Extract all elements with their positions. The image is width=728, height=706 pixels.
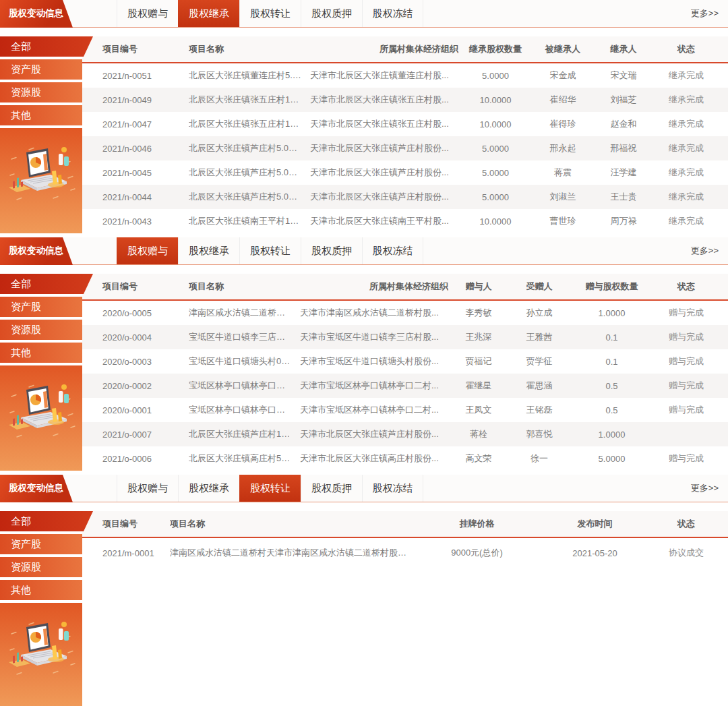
sidebar-item-all[interactable]: 全部 (0, 274, 93, 294)
laptop-chart-illustration (6, 143, 76, 205)
tab-equity-inheritance[interactable]: 股权继承 (178, 475, 239, 502)
sidebar-item-other[interactable]: 其他 (0, 580, 82, 600)
sidebar-item-resource-shares[interactable]: 资源股 (0, 82, 82, 102)
panel-header-bar: 股权变动信息 股权赠与股权继承股权转让股权质押股权冻结 更多>> (0, 475, 728, 502)
table-cell: 曹世珍 (533, 215, 593, 227)
sidebar: 全部资产股资源股其他 (0, 274, 82, 471)
column-header: 项目名称 (189, 281, 300, 293)
table-cell: 郭喜悦 (509, 428, 570, 440)
table-cell: 贾学征 (509, 355, 570, 367)
column-header: 挂牌价格 (418, 518, 536, 530)
column-header: 被继承人 (533, 43, 593, 55)
table-row[interactable]: 2020/o-0004宝坻区牛道口镇李三店村0.1股股权赠与项目天津市宝坻区牛道… (82, 325, 728, 349)
sidebar-item-other[interactable]: 其他 (0, 343, 82, 363)
column-header: 状态 (654, 518, 719, 530)
table-cell: 2021/n-0051 (102, 71, 177, 81)
sidebar-illustration-area (0, 603, 82, 706)
table-row[interactable]: 2021/n-0043北辰区大张庄镇南王平村10.0000股股权继...天津市北… (82, 209, 728, 233)
sidebar-item-asset-shares[interactable]: 资产股 (0, 534, 82, 554)
sidebar-item-other[interactable]: 其他 (0, 105, 82, 125)
table-row[interactable]: 2020/o-0005津南区咸水沽镇二道桥村1.0000股股权赠...天津市津南… (82, 301, 728, 325)
tab-equity-transfer[interactable]: 股权转让 (239, 475, 301, 502)
table-cell: 赠与完成 (654, 355, 719, 367)
table-cell: 2021/n-0049 (102, 95, 177, 105)
sidebar-item-asset-shares[interactable]: 资产股 (0, 297, 82, 317)
tab-equity-pledge[interactable]: 股权质押 (301, 0, 362, 27)
table-cell: 0.1 (570, 357, 654, 367)
table-cell: 天津市宝坻区林亭口镇林亭口二村... (300, 404, 448, 416)
panel-header-bar: 股权变动信息 股权赠与股权继承股权转让股权质押股权冻结 更多>> (0, 0, 728, 28)
table-cell: 2021/n-0047 (102, 119, 177, 129)
table-cell: 刘淑兰 (533, 191, 593, 203)
table-cell: 5.0000 (458, 168, 533, 178)
column-header: 项目编号 (102, 281, 177, 293)
table-cell: 周万禄 (593, 215, 654, 227)
tab-equity-transfer[interactable]: 股权转让 (239, 0, 301, 27)
table-row[interactable]: 2021/m-0001津南区咸水沽镇二道桥村天津市津南区咸水沽镇二道桥村股份经.… (82, 538, 728, 568)
tab-equity-freeze[interactable]: 股权冻结 (362, 0, 423, 27)
table-cell: 继承完成 (654, 69, 719, 82)
table-header-row: 项目编号项目名称所属村集体经济组织继承股权数量被继承人继承人状态 (82, 36, 728, 63)
table-cell: 北辰区大张庄镇芦庄村5.0000股股权继承... (189, 142, 310, 154)
table-row[interactable]: 2020/o-0003宝坻区牛道口镇塘头村0.1股股权赠与项目天津市宝坻区牛道口… (82, 349, 728, 374)
panel-title-ribbon: 股权变动信息 (0, 237, 73, 265)
table-row[interactable]: 2020/o-0002宝坻区林亭口镇林亭口二村0.5股股权赠与...天津市宝坻区… (82, 374, 728, 398)
table-cell: 北辰区大张庄镇芦庄村5.0000股股权继承... (189, 167, 310, 179)
table-cell: 宝坻区牛道口镇李三店村0.1股股权赠与项目 (189, 331, 300, 343)
table-cell: 2020/o-0005 (102, 308, 177, 318)
table-cell: 北辰区大张庄镇南王平村10.0000股股权继... (189, 215, 310, 227)
tab-equity-gift[interactable]: 股权赠与 (117, 0, 178, 27)
table-cell: 继承完成 (654, 167, 719, 179)
table-cell: 李秀敏 (448, 307, 509, 319)
tab-equity-inheritance[interactable]: 股权继承 (178, 0, 239, 27)
table-cell: 赠与完成 (654, 452, 719, 465)
table-cell: 继承完成 (654, 118, 719, 130)
tab-equity-gift[interactable]: 股权赠与 (117, 237, 178, 264)
tab-bar: 股权赠与股权继承股权转让股权质押股权冻结 (117, 0, 728, 27)
table-row[interactable]: 2021/o-0007北辰区大张庄镇芦庄村1.0000股股权赠与...天津市北辰… (82, 422, 728, 446)
panel-content: 全部资产股资源股其他 项目编号项目名称所属村集体经济组织继承股权数量被继承人继承… (0, 36, 728, 233)
tab-equity-gift[interactable]: 股权赠与 (117, 475, 178, 502)
tab-equity-inheritance[interactable]: 股权继承 (178, 237, 239, 264)
table-cell: 汪学建 (593, 167, 654, 179)
laptop-chart-illustration (6, 380, 76, 442)
tab-equity-freeze[interactable]: 股权冻结 (362, 475, 423, 502)
table-row[interactable]: 2021/n-0045北辰区大张庄镇芦庄村5.0000股股权继承...天津市北辰… (82, 160, 728, 185)
table-row[interactable]: 2021/n-0047北辰区大张庄镇张五庄村10.0000股股权继...天津市北… (82, 112, 728, 136)
table-cell: 继承完成 (654, 215, 719, 227)
table-row[interactable]: 2021/n-0049北辰区大张庄镇张五庄村10.0000股股权继...天津市北… (82, 88, 728, 112)
data-table: 项目编号项目名称所属村集体经济组织赠与人受赠人赠与股权数量状态 2020/o-0… (82, 274, 728, 471)
table-row[interactable]: 2020/o-0001宝坻区林亭口镇林亭口二村0.5股股权赠与...天津市宝坻区… (82, 398, 728, 422)
sidebar-item-asset-shares[interactable]: 资产股 (0, 59, 82, 80)
more-link[interactable]: 更多>> (691, 0, 719, 27)
table-row[interactable]: 2021/o-0006北辰区大张庄镇高庄村5.0000股股权赠与...天津市北辰… (82, 446, 728, 471)
data-table: 项目编号项目名称所属村集体经济组织继承股权数量被继承人继承人状态 2021/n-… (82, 36, 728, 233)
table-cell: 2021/n-0045 (102, 168, 177, 178)
sidebar-item-all[interactable]: 全部 (0, 511, 93, 531)
column-header: 发布时间 (536, 518, 654, 530)
sidebar-item-all[interactable]: 全部 (0, 36, 93, 57)
table-cell: 天津市北辰区大张庄镇芦庄村股份... (300, 428, 448, 440)
table-cell: 津南区咸水沽镇二道桥村天津市津南区咸水沽镇二道桥村股份经... (170, 547, 418, 559)
more-link[interactable]: 更多>> (691, 237, 719, 264)
table-cell: 邢永起 (533, 142, 593, 154)
tab-equity-transfer[interactable]: 股权转让 (239, 237, 301, 264)
table-header-row: 项目编号项目名称所属村集体经济组织赠与人受赠人赠与股权数量状态 (82, 274, 728, 301)
table-row[interactable]: 2021/n-0051北辰区大张庄镇董连庄村5.0000股股权继...天津市北辰… (82, 63, 728, 88)
table-cell: 王士贵 (593, 191, 654, 203)
more-link[interactable]: 更多>> (691, 475, 719, 502)
table-cell: 天津市宝坻区牛道口镇塘头村股份... (300, 355, 448, 367)
table-cell: 津南区咸水沽镇二道桥村1.0000股股权赠... (189, 307, 300, 319)
sidebar-item-resource-shares[interactable]: 资源股 (0, 557, 82, 577)
table-cell: 北辰区大张庄镇芦庄村1.0000股股权赠与... (189, 428, 300, 440)
table-cell: 蒋震 (533, 167, 593, 179)
tab-equity-freeze[interactable]: 股权冻结 (362, 237, 423, 264)
table-row[interactable]: 2021/n-0046北辰区大张庄镇芦庄村5.0000股股权继承...天津市北辰… (82, 136, 728, 160)
tab-equity-pledge[interactable]: 股权质押 (301, 237, 362, 264)
sidebar-item-resource-shares[interactable]: 资源股 (0, 320, 82, 340)
table-cell: 2021/o-0007 (102, 430, 177, 440)
table-cell: 高文荣 (448, 452, 509, 465)
tab-equity-pledge[interactable]: 股权质押 (301, 475, 362, 502)
table-row[interactable]: 2021/n-0044北辰区大张庄镇芦庄村5.0000股股权继承...天津市北辰… (82, 185, 728, 209)
data-table: 项目编号项目名称挂牌价格发布时间状态 2021/m-0001津南区咸水沽镇二道桥… (82, 511, 728, 706)
